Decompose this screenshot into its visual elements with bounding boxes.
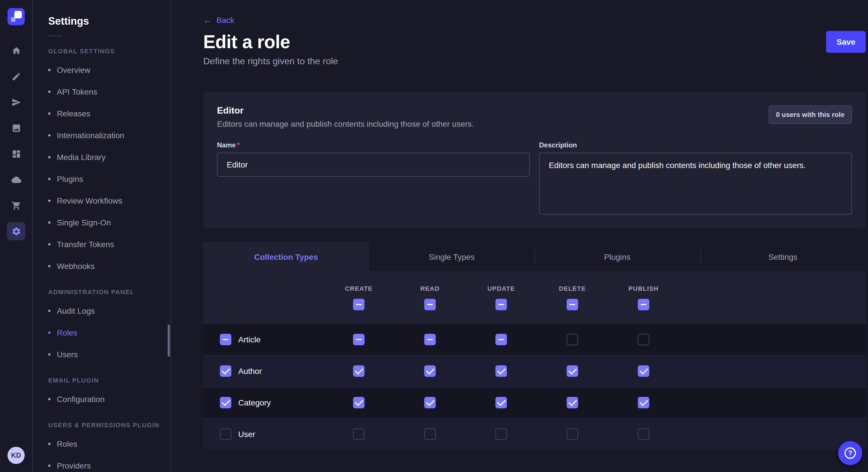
pen-icon[interactable] — [7, 67, 25, 86]
sidebar-item-internationalization[interactable]: Internationalization — [48, 125, 162, 146]
sidebar-item-label: Configuration — [57, 394, 105, 404]
select-all-create-checkbox[interactable] — [353, 299, 365, 310]
name-label: Name* — [217, 141, 530, 149]
author-delete-checkbox[interactable] — [567, 365, 578, 377]
sidebar-section-label: Administration Panel — [48, 289, 162, 295]
select-all-delete-checkbox[interactable] — [567, 299, 578, 310]
sidebar-item-transfer-tokens[interactable]: Transfer Tokens — [48, 233, 162, 255]
user-publish-checkbox[interactable] — [638, 429, 649, 440]
save-button[interactable]: Save — [826, 31, 866, 53]
user-delete-checkbox[interactable] — [567, 429, 578, 440]
sidebar-sections: Global SettingsOverviewAPI TokensRelease… — [48, 47, 162, 472]
sidebar-divider — [48, 36, 62, 36]
description-field: Description Editors can manage and publi… — [539, 141, 852, 214]
sidebar-scrollbar-thumb[interactable] — [167, 325, 170, 357]
sidebar-item-audit-logs[interactable]: Audit Logs — [48, 300, 162, 322]
help-button[interactable]: ? — [838, 441, 862, 465]
tab-single-types[interactable]: Single Types — [369, 242, 534, 271]
select-all-publish-checkbox[interactable] — [638, 299, 649, 310]
article-create-checkbox[interactable] — [353, 334, 365, 345]
perm-cell — [608, 397, 679, 408]
perm-cell — [608, 334, 679, 345]
perm-column-create: Create — [323, 271, 394, 324]
article-row-checkbox[interactable] — [220, 334, 231, 345]
sidebar-item-plugins[interactable]: Plugins — [48, 168, 162, 190]
perm-cell — [323, 334, 394, 345]
sidebar-item-users[interactable]: Users — [48, 343, 162, 365]
sidebar-item-overview[interactable]: Overview — [48, 59, 162, 81]
article-delete-checkbox[interactable] — [567, 334, 578, 345]
sidebar-item-webhooks[interactable]: Webhooks — [48, 255, 162, 277]
article-read-checkbox[interactable] — [424, 334, 436, 345]
author-row-checkbox[interactable] — [220, 365, 231, 377]
perm-cell — [323, 397, 394, 408]
category-delete-checkbox[interactable] — [567, 397, 578, 408]
role-name-input[interactable] — [217, 153, 530, 177]
bullet-icon — [48, 178, 51, 180]
author-publish-checkbox[interactable] — [638, 365, 649, 377]
category-publish-checkbox[interactable] — [638, 397, 649, 408]
role-description-input[interactable]: Editors can manage and publish contents … — [539, 153, 852, 214]
page-subtitle: Define the rights given to the role — [203, 56, 866, 67]
perm-cell — [537, 365, 608, 377]
article-update-checkbox[interactable] — [495, 334, 507, 345]
sidebar-item-label: Roles — [57, 328, 78, 338]
category-update-checkbox[interactable] — [495, 397, 507, 408]
permissions-tabs: Collection TypesSingle TypesPluginsSetti… — [203, 242, 866, 271]
strapi-logo[interactable] — [7, 8, 25, 25]
home-icon[interactable] — [7, 41, 25, 60]
user-update-checkbox[interactable] — [495, 429, 507, 440]
layout-icon[interactable] — [7, 144, 25, 163]
article-publish-checkbox[interactable] — [638, 334, 649, 345]
perm-column-read: Read — [394, 271, 466, 324]
author-create-checkbox[interactable] — [353, 365, 365, 377]
sidebar-item-label: Audit Logs — [57, 306, 95, 316]
paper-plane-icon[interactable] — [7, 93, 25, 111]
bullet-icon — [48, 243, 51, 245]
select-all-read-checkbox[interactable] — [424, 299, 436, 310]
perm-row-label: Article — [238, 335, 260, 344]
gear-icon[interactable] — [7, 222, 25, 240]
bullet-icon — [48, 398, 51, 400]
users-with-role-badge[interactable]: 0 users with this role — [768, 105, 852, 124]
sidebar-item-api-tokens[interactable]: API Tokens — [48, 81, 162, 103]
tab-plugins[interactable]: Plugins — [534, 242, 700, 271]
user-avatar[interactable]: KD — [7, 447, 25, 464]
sidebar-item-roles[interactable]: Roles — [48, 433, 162, 455]
perm-cell — [466, 429, 537, 440]
category-create-checkbox[interactable] — [353, 397, 365, 408]
sidebar-section-list: Audit LogsRolesUsers — [48, 300, 162, 365]
author-read-checkbox[interactable] — [424, 365, 436, 377]
sidebar-item-roles[interactable]: Roles — [48, 322, 162, 343]
bullet-icon — [48, 465, 51, 467]
sidebar-item-providers[interactable]: Providers — [48, 455, 162, 472]
perm-cell — [537, 334, 608, 345]
sidebar-item-configuration[interactable]: Configuration — [48, 388, 162, 410]
sidebar-section-list: OverviewAPI TokensReleasesInternationali… — [48, 59, 162, 277]
perm-row-label: Category — [238, 398, 271, 407]
sidebar-item-releases[interactable]: Releases — [48, 103, 162, 125]
user-create-checkbox[interactable] — [353, 429, 365, 440]
question-icon: ? — [844, 447, 856, 459]
sidebar-item-label: Providers — [57, 461, 91, 471]
media-icon[interactable] — [7, 119, 25, 137]
permissions-section: Collection TypesSingle TypesPluginsSetti… — [203, 242, 866, 450]
category-row-checkbox[interactable] — [220, 397, 231, 408]
perm-cell — [466, 397, 537, 408]
author-update-checkbox[interactable] — [495, 365, 507, 377]
sidebar-item-review-workflows[interactable]: Review Workflows — [48, 190, 162, 212]
user-read-checkbox[interactable] — [424, 429, 436, 440]
sidebar-item-single-sign-on[interactable]: Single Sign-On — [48, 212, 162, 233]
tab-collection-types[interactable]: Collection Types — [203, 242, 369, 271]
bullet-icon — [48, 134, 51, 136]
back-link[interactable]: ← Back — [203, 15, 234, 25]
category-read-checkbox[interactable] — [424, 397, 436, 408]
sidebar-item-media-library[interactable]: Media Library — [48, 146, 162, 168]
select-all-update-checkbox[interactable] — [495, 299, 507, 310]
tab-settings[interactable]: Settings — [700, 242, 866, 271]
cart-icon[interactable] — [7, 196, 25, 214]
perm-column-label: Read — [420, 285, 439, 292]
user-row-checkbox[interactable] — [220, 429, 231, 440]
cloud-icon[interactable] — [7, 170, 25, 189]
perm-cell — [394, 429, 466, 440]
